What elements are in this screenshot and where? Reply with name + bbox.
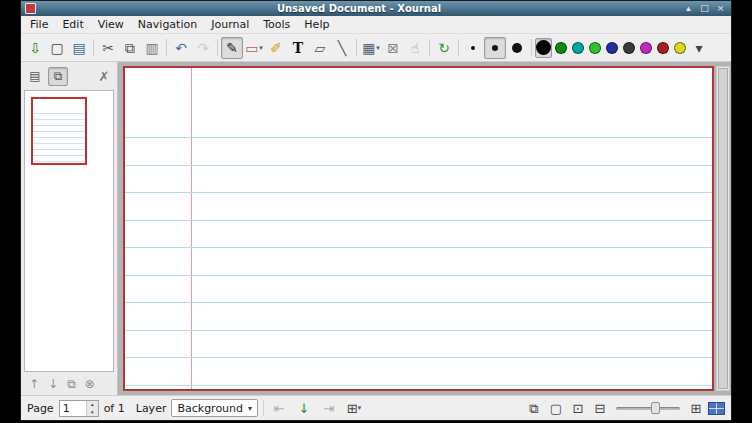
dual-page-view-button[interactable]: ⧉ xyxy=(524,399,544,418)
menu-item-view[interactable]: View xyxy=(91,17,131,32)
zoom-slider-handle[interactable] xyxy=(651,402,660,414)
color-teal-icon xyxy=(572,42,584,54)
color-red-button[interactable] xyxy=(654,38,671,58)
chevron-down-icon: ▾ xyxy=(358,405,362,412)
default-pen-button[interactable]: ↻ xyxy=(433,37,455,59)
chevron-down-icon: ▾ xyxy=(248,404,252,413)
pen-tool-button[interactable]: ✎ xyxy=(221,37,243,59)
page-sidebar: ▤ ⧉ ✗ ↑ ↓ ⧉ ⊗ xyxy=(21,62,118,395)
close-window-button[interactable]: × xyxy=(714,3,727,15)
color-gray-button[interactable] xyxy=(620,38,637,58)
pen-size-thick-button[interactable] xyxy=(506,37,528,59)
duplicate-page-button[interactable]: ⧉ xyxy=(67,378,76,390)
shape-recognizer-icon: ▱ xyxy=(315,41,326,55)
eraser-tool-button[interactable]: ▭▾ xyxy=(243,37,265,59)
page-spin-down-button[interactable]: ▾ xyxy=(87,408,98,416)
cut-icon: ✂ xyxy=(102,41,114,55)
sidebar-close-icon[interactable]: ✗ xyxy=(95,69,113,84)
menu-item-navigation[interactable]: Navigation xyxy=(131,17,204,32)
move-page-up-button[interactable]: ↑ xyxy=(29,378,39,390)
ruler-tool-button[interactable]: ╲ xyxy=(331,37,353,59)
zoom-slider-track[interactable] xyxy=(616,407,680,410)
toolbar-separator xyxy=(93,39,94,56)
toolbar-separator xyxy=(356,39,357,56)
ruler-tool-icon: ╲ xyxy=(338,41,346,55)
text-tool-button[interactable]: T xyxy=(287,37,309,59)
highlighter-tool-button[interactable]: ✐ xyxy=(265,37,287,59)
new-document-button[interactable]: ▢ xyxy=(46,37,68,59)
hand-tool-button[interactable]: ☝ xyxy=(404,37,426,59)
select-region-icon: ⊠ xyxy=(387,41,399,55)
color-chooser-button[interactable]: ▾ xyxy=(688,37,710,59)
zoom-in-button[interactable]: ⊞ xyxy=(686,399,706,418)
page-thumbnail[interactable] xyxy=(31,97,87,165)
pen-tool-icon: ✎ xyxy=(226,41,238,55)
page-count-label: of 1 xyxy=(104,402,125,415)
copy-button[interactable]: ⧉ xyxy=(119,37,141,59)
title-bar[interactable]: Unsaved Document - Xournal ▴ □ × xyxy=(21,1,731,16)
move-page-down-button[interactable]: ↓ xyxy=(48,378,58,390)
color-teal-button[interactable] xyxy=(569,38,586,58)
paste-button[interactable]: ▥ xyxy=(141,37,163,59)
color-yellow-button[interactable] xyxy=(671,38,688,58)
page-spinner[interactable]: 1 ▴ ▾ xyxy=(59,400,99,417)
cut-button[interactable]: ✂ xyxy=(97,37,119,59)
menu-item-edit[interactable]: Edit xyxy=(55,17,90,32)
select-region-button[interactable]: ⊠ xyxy=(382,37,404,59)
thumbnail-rules xyxy=(33,113,85,163)
page-label: Page xyxy=(27,402,54,415)
color-lightgreen-button[interactable] xyxy=(586,38,603,58)
color-magenta-icon xyxy=(640,42,652,54)
toolbar-separator xyxy=(458,39,459,56)
color-chooser-icon: ▾ xyxy=(695,41,702,55)
pen-size-thick-icon xyxy=(512,43,522,53)
new-page-dropdown-button[interactable]: ⊞ ▾ xyxy=(344,399,364,418)
pen-size-medium-button[interactable] xyxy=(484,37,506,59)
color-magenta-button[interactable] xyxy=(637,38,654,58)
scrollbar-thumb[interactable] xyxy=(718,68,728,389)
paper-style-button[interactable]: ▦▾ xyxy=(360,37,382,59)
text-tool-icon: T xyxy=(293,41,303,55)
color-yellow-icon xyxy=(674,42,686,54)
undo-button[interactable]: ↶ xyxy=(170,37,192,59)
zoom-slider[interactable] xyxy=(616,400,680,416)
sidebar-pages-tab[interactable]: ▤ xyxy=(25,67,45,86)
menu-item-file[interactable]: File xyxy=(23,17,55,32)
shade-window-button[interactable]: ▴ xyxy=(682,3,695,15)
maximize-window-button[interactable]: □ xyxy=(698,3,711,15)
chevron-down-icon: ▾ xyxy=(376,44,380,52)
page-thumbnail-list xyxy=(24,90,114,372)
shape-recognizer-button[interactable]: ▱ xyxy=(309,37,331,59)
paper-style-icon: ▦ xyxy=(362,41,375,55)
page-spin-up-button[interactable]: ▴ xyxy=(87,401,98,409)
xournal-window: Unsaved Document - Xournal ▴ □ × FileEdi… xyxy=(20,0,732,421)
sidebar-bottom-toolbar: ↑ ↓ ⧉ ⊗ xyxy=(21,372,117,395)
zoom-fit-button[interactable]: ⊡ xyxy=(568,399,588,418)
color-blue-button[interactable] xyxy=(603,38,620,58)
color-green-button[interactable] xyxy=(552,38,569,58)
first-page-button[interactable]: ⇤ xyxy=(269,399,289,418)
default-pen-icon: ↻ xyxy=(438,41,450,55)
pen-size-fine-button[interactable] xyxy=(462,37,484,59)
journal-page[interactable] xyxy=(123,66,714,391)
open-button[interactable]: ▤ xyxy=(68,37,90,59)
new-page-icon: ⊞ xyxy=(347,402,358,415)
grid-view-button[interactable] xyxy=(708,402,725,415)
menu-item-journal[interactable]: Journal xyxy=(204,17,256,32)
save-button[interactable]: ⇩ xyxy=(24,37,46,59)
zoom-out-button[interactable]: ⊟ xyxy=(590,399,610,418)
toolbar-separator xyxy=(531,39,532,56)
color-black-button[interactable] xyxy=(535,38,552,58)
chevron-down-icon: ▾ xyxy=(259,44,263,52)
page-spinner-value[interactable]: 1 xyxy=(60,401,86,416)
single-page-view-button[interactable]: ▢ xyxy=(546,399,566,418)
vertical-scrollbar[interactable] xyxy=(716,66,730,391)
last-page-button[interactable]: ⇥ xyxy=(319,399,339,418)
next-page-button[interactable]: ↓ xyxy=(294,399,314,418)
delete-page-button[interactable]: ⊗ xyxy=(85,378,95,390)
menu-item-help[interactable]: Help xyxy=(297,17,336,32)
sidebar-layers-tab[interactable]: ⧉ xyxy=(48,67,68,86)
menu-item-tools[interactable]: Tools xyxy=(256,17,297,32)
redo-button[interactable]: ↷ xyxy=(192,37,214,59)
layer-select[interactable]: Background ▾ xyxy=(171,399,258,417)
